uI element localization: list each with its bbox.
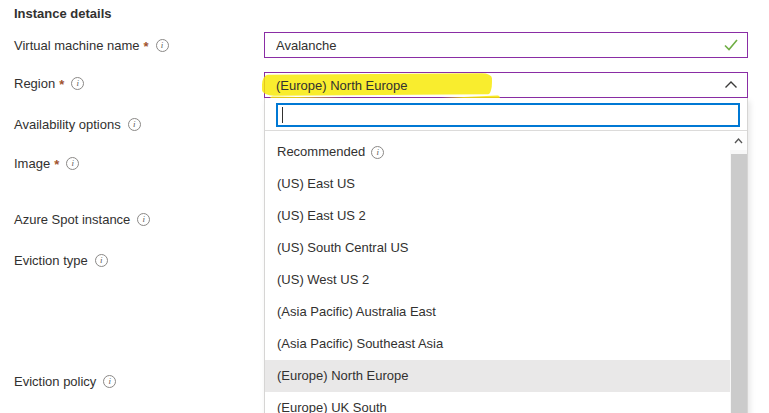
field-label-region: Region* — [14, 75, 84, 91]
field-label-availability-options: Availability options — [14, 116, 141, 132]
info-icon[interactable] — [137, 213, 150, 226]
field-label-image: Image* — [14, 155, 79, 171]
field-label-vm-name: Virtual machine name* — [14, 37, 169, 53]
label-text: Eviction type — [14, 253, 88, 268]
info-icon[interactable] — [371, 146, 384, 159]
info-icon[interactable] — [128, 118, 141, 131]
region-option[interactable]: (Asia Pacific) Australia East — [265, 296, 730, 328]
option-group-header: Recommended — [265, 136, 730, 168]
region-selected-value: (Europe) North Europe — [265, 78, 408, 93]
region-options-list: Recommended (US) East US (US) East US 2 … — [265, 132, 730, 413]
scroll-up-arrow-icon — [734, 138, 743, 144]
create-vm-instance-details-section: Instance details Virtual machine name* R… — [0, 0, 769, 413]
region-option[interactable]: (Asia Pacific) Southeast Asia — [265, 328, 730, 360]
field-label-azure-spot-instance: Azure Spot instance — [14, 211, 150, 227]
dropdown-scrollbar[interactable] — [730, 132, 747, 413]
group-header-text: Recommended — [277, 136, 365, 168]
vm-name-input[interactable] — [265, 38, 724, 53]
label-text: Virtual machine name — [14, 38, 140, 53]
label-text: Availability options — [14, 117, 121, 132]
region-option[interactable]: (US) East US — [265, 168, 730, 200]
required-marker: * — [54, 157, 59, 172]
label-text: Eviction policy — [14, 374, 96, 389]
label-text: Azure Spot instance — [14, 212, 130, 227]
region-option[interactable]: (Europe) UK South — [265, 392, 730, 413]
valid-check-icon — [724, 39, 738, 51]
text-caret — [282, 107, 283, 123]
region-option-selected[interactable]: (Europe) North Europe — [265, 360, 730, 392]
chevron-up-icon[interactable] — [724, 80, 738, 90]
label-text: Image — [14, 156, 50, 171]
scrollbar-thumb[interactable] — [731, 154, 747, 413]
scrollbar-up-button[interactable] — [730, 132, 747, 150]
region-option[interactable]: (US) East US 2 — [265, 200, 730, 232]
region-search-input[interactable] — [276, 103, 740, 127]
info-icon[interactable] — [71, 77, 84, 90]
vm-name-field — [264, 32, 748, 58]
field-label-eviction-type: Eviction type — [14, 252, 108, 268]
field-label-eviction-policy: Eviction policy — [14, 373, 116, 389]
region-option[interactable]: (US) West US 2 — [265, 264, 730, 296]
label-text: Region — [14, 76, 55, 91]
info-icon[interactable] — [95, 254, 108, 267]
info-icon[interactable] — [103, 375, 116, 388]
section-title: Instance details — [14, 6, 112, 21]
info-icon[interactable] — [66, 157, 79, 170]
info-icon[interactable] — [156, 39, 169, 52]
region-option[interactable]: (US) South Central US — [265, 232, 730, 264]
region-dropdown-flyout: Recommended (US) East US (US) East US 2 … — [264, 98, 748, 413]
required-marker: * — [59, 77, 64, 92]
dropdown-search-area — [265, 98, 747, 131]
required-marker: * — [144, 39, 149, 54]
